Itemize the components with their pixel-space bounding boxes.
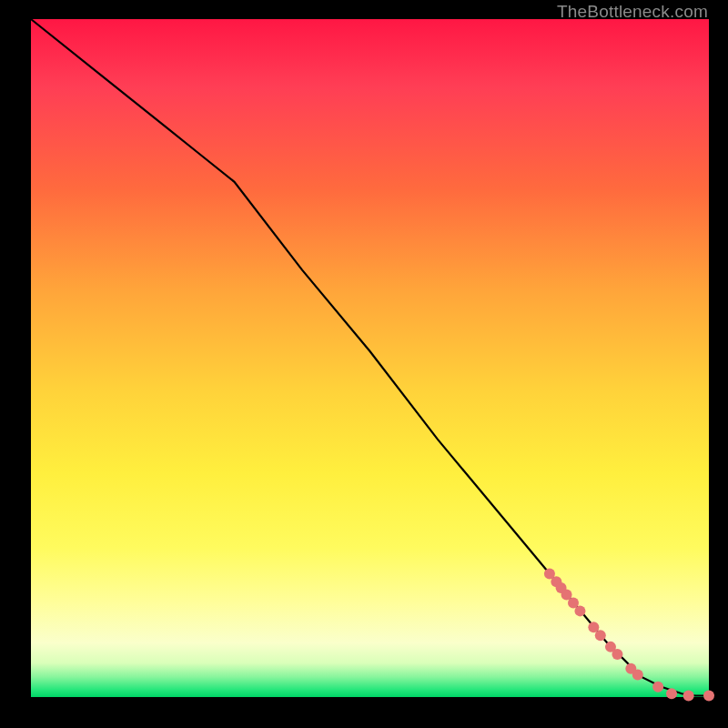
chart-frame: TheBottleneck.com [0, 0, 728, 728]
marker-dot [666, 688, 677, 699]
marker-group [544, 568, 714, 701]
curve-path [31, 19, 709, 696]
marker-dot [703, 691, 714, 702]
marker-dot [632, 669, 643, 680]
marker-dot [652, 682, 663, 693]
marker-dot [574, 605, 585, 616]
marker-dot [612, 649, 622, 660]
marker-dot [595, 630, 606, 641]
chart-overlay [31, 19, 709, 697]
marker-dot [683, 691, 694, 702]
